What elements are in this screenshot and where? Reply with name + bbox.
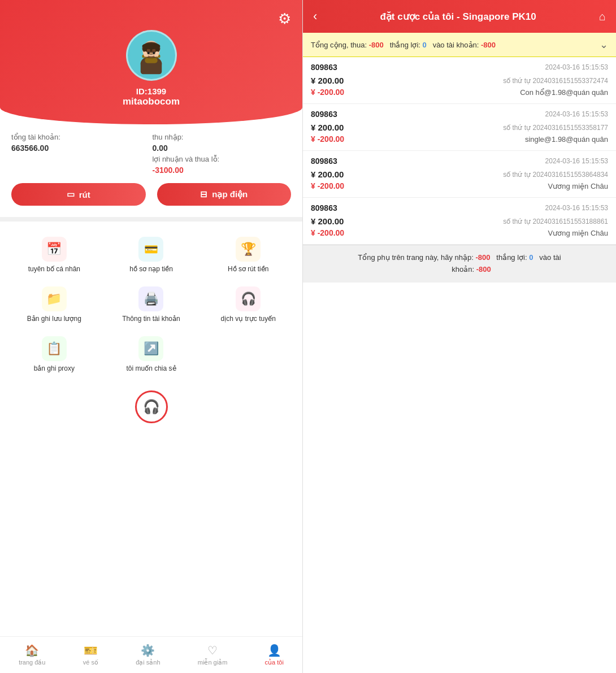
svg-point-11 <box>148 51 150 54</box>
bet-result-3: ¥ -200.00 <box>311 228 344 237</box>
wheel-icon: ⚙️ <box>141 644 155 657</box>
menu-grid: 📅 tuyên bố cá nhân 💳 hồ sơ nạp tiền 🏆 Hồ… <box>0 224 302 385</box>
footer-summary: Tổng phụ trên trang này, hãy nhập: -800 … <box>303 245 616 283</box>
chevron-down-icon[interactable]: ⌄ <box>600 38 608 51</box>
user-name: mitaobocom <box>123 96 180 107</box>
bottom-nav: 🏠 trang đầu 🎫 vé số ⚙️ đại sảnh ♡ miễn g… <box>0 636 302 673</box>
bet-result-0: ¥ -200.00 <box>311 88 344 97</box>
menu-label-4: Thông tin tài khoản <box>122 315 180 323</box>
total-label: tổng tài khoản: <box>11 133 150 141</box>
profile-header: ⚙ <box>0 0 302 124</box>
right-header: ‹ đặt cược của tôi - Singapore PK10 ⌂ <box>303 0 616 33</box>
menu-item-ho-so-rut[interactable]: 🏆 Hồ sơ rút tiền <box>199 230 297 280</box>
profit-label: lợi nhuận và thua lỗ: <box>153 155 292 163</box>
bet-amount-1: ¥ 200.00 <box>311 123 344 132</box>
action-buttons: ▭ rút ⊟ nạp điện <box>0 177 302 214</box>
svg-point-13 <box>142 43 160 49</box>
share-icon: ↗️ <box>138 336 163 361</box>
svg-point-12 <box>153 51 155 54</box>
menu-item-chia-se[interactable]: ↗️ tôi muốn chia sẻ <box>103 329 200 379</box>
menu-item-ho-so-nap[interactable]: 💳 hồ sơ nạp tiền <box>103 230 200 280</box>
bet-serial-1: số thứ tự 20240316151553358177 <box>503 124 608 132</box>
menu-label-0: tuyên bố cá nhân <box>28 265 80 273</box>
nav-cua-toi[interactable]: 👤 của tôi <box>259 641 289 669</box>
menu-label-6: bản ghi proxy <box>34 364 75 372</box>
user-id: ID:1399 <box>136 86 166 96</box>
heart-icon: ♡ <box>207 644 218 657</box>
headset-icon: 🎧 <box>236 286 261 311</box>
bet-date-0: 2024-03-16 15:15:53 <box>545 63 608 71</box>
income-label: thu nhập: <box>153 133 292 141</box>
bet-date-3: 2024-03-16 15:15:53 <box>545 204 608 212</box>
rut-icon: ▭ <box>67 189 75 199</box>
printer-icon: 🖨️ <box>138 286 163 311</box>
bet-serial-3: số thứ tự 20240316151553188861 <box>503 218 608 225</box>
menu-item-thong-tin[interactable]: 🖨️ Thông tin tài khoản <box>103 280 200 329</box>
card-icon: 💳 <box>138 237 163 262</box>
bet-id-2: 809863 <box>311 157 337 166</box>
bet-serial-0: số thứ tự 20240316151553372474 <box>503 77 608 85</box>
home-button[interactable]: ⌂ <box>599 10 606 23</box>
home-icon: 🏠 <box>25 644 39 657</box>
svg-rect-14 <box>144 51 147 57</box>
menu-item-dich-vu[interactable]: 🎧 dịch vụ trực tuyến <box>199 280 297 329</box>
page-title: đặt cược của tôi - Singapore PK10 <box>317 11 599 23</box>
nav-trang-dau[interactable]: 🏠 trang đầu <box>13 641 51 669</box>
bet-item-1: 809863 2024-03-16 15:15:53 ¥ 200.00 số t… <box>303 104 616 151</box>
clipboard-icon: 📋 <box>42 336 67 361</box>
right-panel: ‹ đặt cược của tôi - Singapore PK10 ⌂ Tổ… <box>302 0 616 673</box>
bet-type-1: single@1.98@quán quân <box>525 135 608 144</box>
ticket-icon: 🎫 <box>84 644 98 657</box>
nap-button[interactable]: ⊟ nạp điện <box>157 183 292 206</box>
trophy-icon: 🏆 <box>236 237 261 262</box>
bet-type-0: Con hổ@1.98@quán quân <box>520 88 608 97</box>
bet-type-2: Vương miện Châu <box>548 182 608 190</box>
svg-rect-6 <box>146 52 157 54</box>
bet-amount-0: ¥ 200.00 <box>311 76 344 85</box>
bet-id-1: 809863 <box>311 110 337 119</box>
summary-bar: Tổng cộng, thua: -800 thắng lợi: 0 vào t… <box>303 33 616 57</box>
nav-dai-sanh[interactable]: ⚙️ đại sảnh <box>130 641 166 669</box>
bet-amount-3: ¥ 200.00 <box>311 216 344 226</box>
bet-result-1: ¥ -200.00 <box>311 134 344 144</box>
bet-type-3: Vương miện Châu <box>548 229 608 237</box>
bet-serial-2: số thứ tự 20240316151553864834 <box>503 171 608 179</box>
menu-label-5: dịch vụ trực tuyến <box>220 315 275 323</box>
rut-button[interactable]: ▭ rút <box>11 183 146 206</box>
bet-date-1: 2024-03-16 15:15:53 <box>545 110 608 118</box>
summary-text: Tổng cộng, thua: -800 thắng lợi: 0 vào t… <box>311 41 496 49</box>
bet-item-3: 809863 2024-03-16 15:15:53 ¥ 200.00 số t… <box>303 198 616 245</box>
total-value: 663566.00 <box>11 144 150 153</box>
menu-label-2: Hồ sơ rút tiền <box>228 265 268 273</box>
profit-value: -3100.00 <box>153 166 292 175</box>
person-icon: 👤 <box>267 644 281 657</box>
nav-ve-so[interactable]: 🎫 vé số <box>77 641 104 669</box>
left-panel: ⚙ <box>0 0 302 673</box>
menu-label-7: tôi muốn chia sẻ <box>126 364 176 372</box>
menu-label-3: Bản ghi lưu lượng <box>27 315 81 323</box>
income-value: 0.00 <box>153 144 292 153</box>
bets-list: 809863 2024-03-16 15:15:53 ¥ 200.00 số t… <box>303 57 616 673</box>
menu-item-ban-ghi-proxy[interactable]: 📋 bản ghi proxy <box>6 329 103 379</box>
bet-id-0: 809863 <box>311 63 337 72</box>
support-area: 🎧 <box>0 390 302 423</box>
bet-date-2: 2024-03-16 15:15:53 <box>545 157 608 165</box>
nav-mien-giam[interactable]: ♡ miễn giảm <box>192 641 233 669</box>
support-button[interactable]: 🎧 <box>135 390 168 423</box>
settings-icon[interactable]: ⚙ <box>278 10 291 28</box>
bet-result-2: ¥ -200.00 <box>311 181 344 190</box>
bet-item-2: 809863 2024-03-16 15:15:53 ¥ 200.00 số t… <box>303 151 616 198</box>
bet-amount-2: ¥ 200.00 <box>311 170 344 179</box>
menu-item-ban-ghi-luu[interactable]: 📁 Bản ghi lưu lượng <box>6 280 103 329</box>
bet-id-3: 809863 <box>311 203 337 212</box>
account-info: tổng tài khoản: thu nhập: 663566.00 0.00… <box>0 124 302 177</box>
svg-rect-15 <box>155 51 159 57</box>
calendar-icon: 📅 <box>42 237 67 262</box>
nap-icon: ⊟ <box>200 189 207 199</box>
bet-item-0: 809863 2024-03-16 15:15:53 ¥ 200.00 số t… <box>303 57 616 104</box>
avatar <box>126 30 177 81</box>
back-button[interactable]: ‹ <box>313 10 317 23</box>
folder-icon: 📁 <box>42 286 67 311</box>
menu-label-1: hồ sơ nạp tiền <box>129 265 173 273</box>
menu-item-tuyen-bo[interactable]: 📅 tuyên bố cá nhân <box>6 230 103 280</box>
